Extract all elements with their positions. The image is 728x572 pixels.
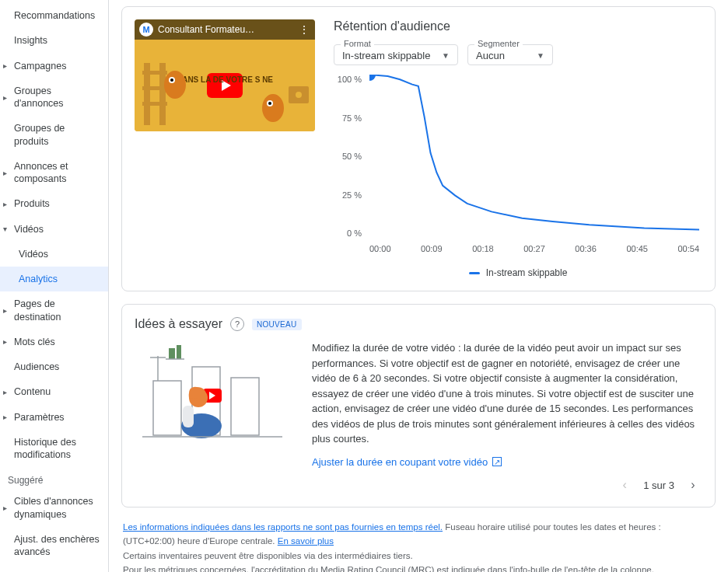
sidebar-item-label: Vidéos — [14, 223, 44, 235]
svg-rect-4 — [142, 102, 167, 106]
help-icon[interactable]: ? — [230, 317, 244, 331]
sidebar-suggested-1[interactable]: Ajust. des enchères avancés — [0, 527, 108, 565]
sidebar-item-6[interactable]: ▸Produits — [0, 191, 108, 216]
chevron-icon: ▸ — [3, 168, 7, 178]
y-tick: 25 % — [334, 190, 362, 200]
chevron-icon: ▸ — [3, 387, 7, 397]
svg-rect-20 — [177, 345, 181, 359]
svg-rect-3 — [142, 86, 167, 90]
svg-rect-14 — [153, 381, 181, 435]
channel-logo-icon: M — [139, 23, 153, 37]
sidebar-item-5[interactable]: ▸Annonces et composants — [0, 154, 108, 192]
svg-rect-26 — [183, 406, 194, 427]
chevron-down-icon: ▼ — [442, 51, 450, 60]
sidebar-item-2[interactable]: ▸Campagnes — [0, 54, 108, 78]
ideas-bold-lead: Modifiez la durée de votre vidéo — [312, 342, 455, 354]
more-icon[interactable]: ⋮ — [299, 23, 310, 36]
ideas-link[interactable]: Ajuster la durée en coupant votre vidéo … — [312, 455, 502, 470]
x-tick: 00:09 — [421, 244, 443, 253]
sidebar-item-label: Contenu — [14, 385, 51, 398]
pager-prev: ‹ — [615, 476, 634, 494]
svg-point-5 — [164, 71, 186, 99]
sidebar-item-3[interactable]: ▸Groupes d'annonces — [0, 78, 108, 117]
sidebar-item-label: Campagnes — [14, 60, 66, 72]
sidebar-item-10[interactable]: ▸Pages de destination — [0, 291, 108, 330]
svg-point-12 — [296, 92, 302, 98]
svg-rect-2 — [142, 71, 167, 75]
retention-chart: 100 %75 %50 %25 %0 % 00:0000:0900:1800:2… — [334, 75, 702, 261]
y-tick: 75 % — [334, 113, 362, 123]
sidebar-item-label: Groupes d'annonces — [14, 85, 100, 110]
footer-line3: Pour les métriques concernées, l'accrédi… — [123, 563, 714, 572]
pager-next[interactable]: › — [684, 476, 702, 494]
format-select[interactable]: Format In-stream skippable▼ — [334, 44, 458, 65]
sidebar-item-7[interactable]: ▾Vidéos — [0, 217, 108, 242]
segment-select[interactable]: Segmenter Aucun▼ — [467, 44, 553, 65]
ideas-body-text: Modifiez la durée de votre vidéo : la du… — [312, 340, 702, 447]
sidebar: RecommandationsInsights▸Campagnes▸Groupe… — [0, 0, 109, 572]
sidebar-item-9[interactable]: Analytics — [0, 267, 108, 291]
chevron-icon: ▸ — [3, 337, 7, 347]
chevron-icon: ▸ — [3, 503, 7, 513]
legend-label: In-stream skippable — [486, 267, 568, 278]
external-link-icon: ↗ — [492, 457, 502, 466]
chevron-icon: ▸ — [3, 199, 7, 209]
sidebar-item-label: Mots clés — [14, 336, 55, 348]
svg-point-8 — [262, 94, 284, 122]
sidebar-item-15[interactable]: Historique des modifications — [0, 430, 108, 468]
sidebar-item-0[interactable]: Recommandations — [0, 3, 108, 28]
sidebar-item-label: Pages de destination — [14, 298, 100, 323]
svg-rect-16 — [231, 378, 259, 435]
sidebar-suggested-2[interactable]: Appareils — [0, 564, 108, 572]
x-tick: 00:18 — [472, 244, 494, 253]
legend-swatch — [469, 272, 480, 274]
x-tick: 00:36 — [575, 244, 597, 253]
sidebar-item-label: Groupes de produits — [14, 122, 100, 148]
x-tick: 00:54 — [677, 244, 699, 253]
footer-learnmore-link[interactable]: En savoir plus — [278, 536, 334, 546]
ideas-card: Idées à essayer ? NOUVEAU — [121, 304, 716, 507]
sidebar-item-14[interactable]: ▸Paramètres — [0, 405, 108, 430]
format-select-label: Format — [341, 39, 374, 48]
chart-legend: In-stream skippable — [334, 267, 702, 278]
format-select-value: In-stream skippable — [342, 50, 430, 61]
footer-realtime-link[interactable]: Les informations indiquées dans les rapp… — [123, 522, 443, 532]
sidebar-item-label: Insights — [14, 34, 47, 47]
sidebar-item-12[interactable]: Audiences — [0, 354, 108, 379]
svg-point-10 — [268, 102, 271, 105]
retention-card: M Consultant Formateu… ⋮ DANS LA DE VOTR… — [121, 6, 716, 291]
y-tick: 50 % — [334, 152, 362, 161]
sidebar-item-label: Paramètres — [14, 411, 65, 424]
sidebar-item-4[interactable]: Groupes de produits — [0, 116, 108, 154]
y-tick: 100 % — [334, 75, 362, 84]
thumb-illustration — [135, 40, 315, 131]
sidebar-item-label: Cibles d'annonces dynamiques — [14, 495, 100, 521]
sidebar-item-11[interactable]: ▸Mots clés — [0, 330, 108, 354]
sidebar-item-8[interactable]: Vidéos — [0, 242, 108, 267]
y-tick: 0 % — [334, 228, 362, 238]
sidebar-item-label: Vidéos — [19, 248, 48, 260]
new-badge: NOUVEAU — [252, 319, 302, 330]
chevron-icon: ▸ — [3, 305, 7, 316]
video-thumbnail[interactable]: M Consultant Formateu… ⋮ DANS LA DE VOTR… — [135, 19, 315, 131]
chevron-icon: ▸ — [3, 412, 7, 422]
suggested-label: Suggéré — [0, 467, 108, 489]
ideas-title: Idées à essayer — [135, 317, 222, 331]
chart-title: Rétention d'audience — [334, 19, 702, 33]
svg-rect-19 — [169, 348, 175, 359]
segment-select-label: Segmenter — [474, 39, 523, 48]
sidebar-item-13[interactable]: ▸Contenu — [0, 379, 108, 404]
sidebar-item-1[interactable]: Insights — [0, 28, 108, 53]
ideas-link-label: Ajuster la durée en coupant votre vidéo — [312, 455, 488, 470]
x-tick: 00:00 — [369, 244, 391, 253]
segment-select-value: Aucun — [476, 50, 505, 61]
sidebar-item-label: Audiences — [14, 361, 59, 373]
sidebar-item-label: Analytics — [19, 273, 58, 285]
pager-status: 1 sur 3 — [643, 480, 674, 491]
chevron-down-icon: ▼ — [537, 51, 544, 60]
sidebar-suggested-0[interactable]: ▸Cibles d'annonces dynamiques — [0, 489, 108, 527]
page-footer: Les informations indiquées dans les rapp… — [121, 520, 716, 572]
sidebar-item-label: Produits — [14, 197, 50, 210]
chevron-icon: ▸ — [3, 92, 7, 103]
sidebar-item-label: Ajust. des enchères avancés — [14, 533, 100, 559]
